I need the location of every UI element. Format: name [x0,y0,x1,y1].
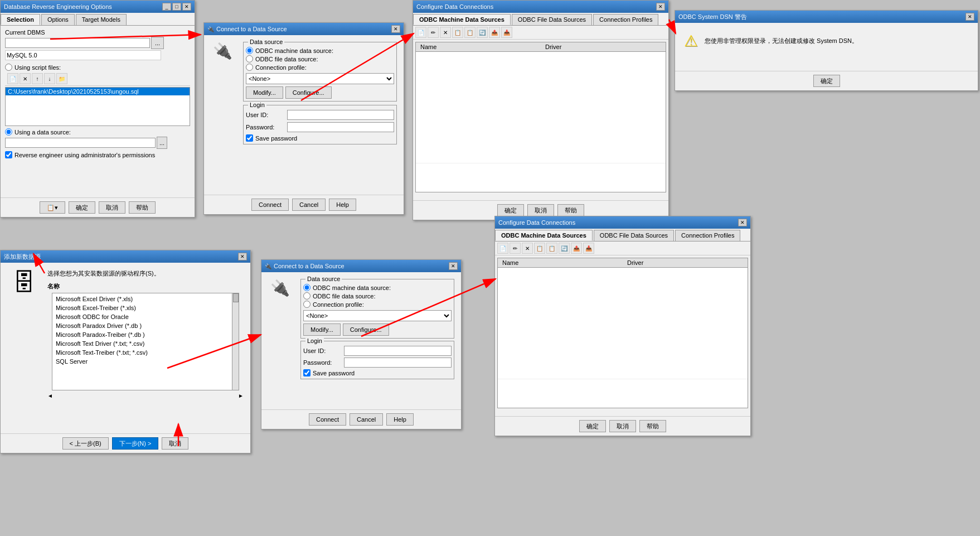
configure-bottom-close-btn[interactable]: ✕ [738,219,747,226]
userid-input-bottom[interactable] [344,346,452,356]
conn-profile-select-bottom[interactable]: <None> [303,310,452,321]
connect-top-close-btn[interactable]: ✕ [391,25,400,33]
cfg-top-btn7[interactable]: 📤 [489,27,500,38]
tab-odbc-machine-top[interactable]: ODBC Machine Data Sources [413,14,511,25]
cfg-bot-btn6[interactable]: 🔄 [559,243,570,254]
dbreveng-icon-btn[interactable]: 📋▾ [40,201,65,214]
connect-btn-bottom[interactable]: Connect [309,413,346,426]
connect-bottom-close-btn[interactable]: ✕ [449,262,458,270]
configure-btn-top[interactable]: Configure... [285,86,332,99]
odbc-machine-radio[interactable] [246,47,253,54]
driver-item-2[interactable]: Microsoft ODBC for Oracle [54,312,237,321]
dbms-select-btn[interactable]: ... [151,37,164,49]
add-datasource-controls[interactable]: ✕ [238,253,247,260]
prev-btn[interactable]: < 上一步(B) [62,437,109,450]
cfg-bot-btn7[interactable]: 📤 [571,243,582,254]
configure-top-help-btn[interactable]: 帮助 [557,204,584,216]
dbreveng-ok-btn[interactable]: 确定 [69,201,95,214]
tab-connection-profiles-top[interactable]: Connection Profiles [593,14,658,25]
driver-item-6[interactable]: Microsoft Text-Treiber (*.txt; *.csv) [54,348,237,357]
script-files-radio[interactable] [5,64,12,71]
cfg-top-btn4[interactable]: 📋 [452,27,463,38]
odbc-warning-ok-btn[interactable]: 确定 [813,75,840,87]
cfg-bot-edit-btn[interactable]: ✏ [510,243,521,254]
configure-top-ok-btn[interactable]: 确定 [497,204,524,216]
save-password-check-top[interactable] [246,134,253,142]
driver-item-4[interactable]: Microsoft Paradox-Treiber (*.db ) [54,330,237,339]
connect-btn-top[interactable]: Connect [251,199,289,211]
configure-top-controls[interactable]: ✕ [656,3,665,11]
dbreveng-help-btn[interactable]: 帮助 [129,201,156,214]
cfg-bot-btn5[interactable]: 📋 [546,243,557,254]
tab-target-models[interactable]: Target Models [76,14,127,25]
driver-item-0[interactable]: Microsoft Excel Driver (*.xls) [54,294,237,303]
script-add-btn[interactable]: 📄 [7,73,18,84]
cfg-top-btn6[interactable]: 🔄 [477,27,488,38]
script-folder-btn[interactable]: 📁 [56,73,67,84]
script-file-item[interactable]: C:\Users\frank\Desktop\20210525153\ungou… [6,88,190,95]
userid-input-top[interactable] [287,110,394,120]
cfg-bot-new-btn[interactable]: 📄 [497,243,508,254]
tab-odbc-machine-bottom[interactable]: ODBC Machine Data Sources [495,230,593,241]
driver-item-5[interactable]: Microsoft Text Driver (*.txt; *.csv) [54,339,237,348]
configure-bottom-ok-btn[interactable]: 确定 [579,420,606,432]
script-down-btn[interactable]: ↓ [44,73,55,84]
modify-btn-top[interactable]: Modify... [246,86,283,99]
connect-bottom-controls[interactable]: ✕ [449,262,458,270]
cancel-btn-bottom[interactable]: Cancel [350,413,383,426]
script-delete-btn[interactable]: ✕ [20,73,31,84]
tab-selection[interactable]: Selection [1,14,40,25]
tab-odbc-file-bottom[interactable]: ODBC File Data Sources [594,230,674,241]
next-btn[interactable]: 下一步(N) > [112,437,159,450]
add-datasource-cancel-btn[interactable]: 取消 [162,437,188,450]
current-dbms-input[interactable] [5,38,150,48]
add-datasource-close-btn[interactable]: ✕ [238,253,247,260]
dbreveng-controls[interactable]: _ □ ✕ [162,3,191,11]
odbc-file-radio-bottom[interactable] [303,292,311,300]
data-source-radio[interactable] [5,128,12,136]
dbreveng-close-btn[interactable]: ✕ [182,3,191,11]
admin-perms-check[interactable] [5,151,12,158]
odbc-file-radio[interactable] [246,55,253,62]
conn-profile-radio-bottom[interactable] [303,301,311,308]
configure-top-close-btn[interactable]: ✕ [656,3,665,11]
conn-profile-radio[interactable] [246,64,253,71]
odbc-warning-controls[interactable]: ✕ [966,13,974,21]
help-btn-top[interactable]: Help [329,199,356,211]
data-source-browse-btn[interactable]: ... [157,137,167,149]
cfg-top-btn5[interactable]: 📋 [464,27,476,38]
configure-top-cancel-btn[interactable]: 取消 [527,204,554,216]
cfg-top-new-btn[interactable]: 📄 [415,27,426,38]
cancel-btn-top[interactable]: Cancel [292,199,326,211]
configure-bottom-cancel-btn[interactable]: 取消 [609,420,636,432]
save-password-check-bottom[interactable] [303,369,311,376]
cfg-top-delete-btn[interactable]: ✕ [440,27,451,38]
driver-list-scrollbar[interactable] [232,293,239,390]
tab-odbc-file-top[interactable]: ODBC File Data Sources [512,14,592,25]
password-input-top[interactable] [287,122,394,132]
script-files-list[interactable]: C:\Users\frank\Desktop\20210525153\ungou… [5,87,190,126]
cfg-top-edit-btn[interactable]: ✏ [428,27,439,38]
help-btn-bottom[interactable]: Help [386,413,414,426]
driver-item-3[interactable]: Microsoft Paradox Driver (*.db ) [54,321,237,330]
data-source-input[interactable] [5,138,156,148]
driver-item-1[interactable]: Microsoft Excel-Treiber (*.xls) [54,303,237,312]
script-up-btn[interactable]: ↑ [32,73,43,84]
tab-options[interactable]: Options [41,14,75,25]
scrollbar-thumb[interactable] [233,293,239,302]
cfg-bot-btn8[interactable]: 📥 [583,243,594,254]
dbreveng-maximize-btn[interactable]: □ [172,3,181,11]
configure-bottom-controls[interactable]: ✕ [738,219,747,226]
connect-top-controls[interactable]: ✕ [391,25,400,33]
odbc-warning-close-btn[interactable]: ✕ [966,13,974,21]
tab-connection-profiles-bottom[interactable]: Connection Profiles [675,230,740,241]
driver-list-wrapper[interactable]: Microsoft Excel Driver (*.xls) Microsoft… [52,293,239,390]
driver-item-7[interactable]: SQL Server [54,357,237,366]
configure-btn-bottom[interactable]: Configure... [343,323,389,336]
dbreveng-minimize-btn[interactable]: _ [162,3,171,11]
modify-btn-bottom[interactable]: Modify... [303,323,341,336]
odbc-machine-radio-bottom[interactable] [303,284,311,291]
cfg-top-btn8[interactable]: 📥 [501,27,512,38]
password-input-bottom[interactable] [344,358,452,368]
dbreveng-cancel-btn[interactable]: 取消 [99,201,125,214]
